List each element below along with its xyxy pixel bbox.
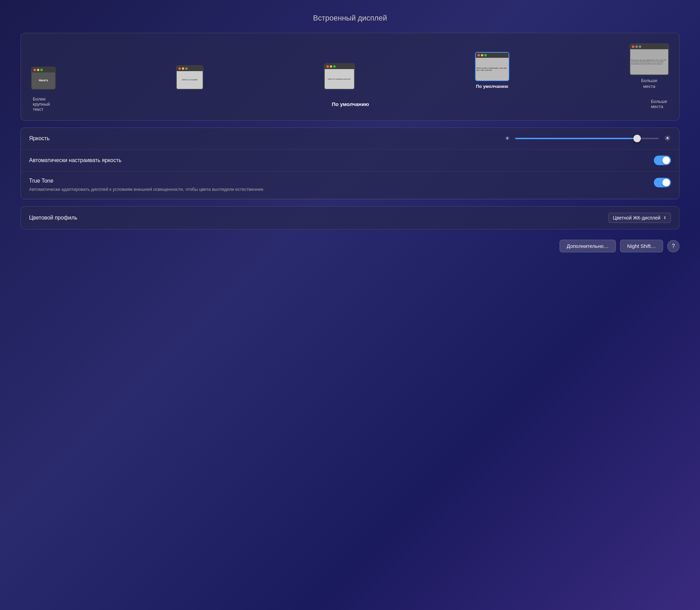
dot-yellow-2: [182, 67, 184, 70]
color-profile-panel: Цветовой профиль Цветной ЖК-дисплей ⬍: [21, 206, 679, 229]
dot-yellow-3: [330, 65, 332, 68]
brightness-row: Яркость ☀ ☀: [21, 128, 679, 149]
bottom-buttons: Дополнительно… Night Shift… ?: [21, 236, 679, 256]
resolution-thumb-5[interactable]: Here's to the crazy one troublesmakers. …: [630, 43, 669, 90]
settings-panel: Яркость ☀ ☀ Автоматически настраивать яр…: [21, 128, 679, 200]
scale-label-center: По умолчанию: [332, 101, 369, 107]
slider-thumb[interactable]: [633, 135, 641, 142]
true-tone-toggle[interactable]: [654, 178, 671, 187]
sun-large-icon: ☀: [664, 134, 671, 143]
dot-green-4: [484, 54, 487, 56]
dot-red-4: [477, 54, 480, 56]
true-tone-text: True Tone Автоматически адаптировать дис…: [29, 178, 265, 193]
dot-yellow-4: [481, 54, 483, 56]
true-tone-label: True Tone: [29, 178, 265, 184]
brightness-controls: ☀ ☀: [50, 134, 671, 143]
dot-yellow: [37, 69, 39, 71]
true-tone-row: True Tone Автоматически адаптировать дис…: [21, 172, 679, 199]
color-profile-label: Цветовой профиль: [29, 215, 77, 221]
resolution-thumbnails-row: Here's Here's to troubler: [31, 43, 669, 90]
thumb-2-content: Here's to troubler: [177, 71, 203, 89]
scale-label-left: Болеекрупныйтекст: [33, 96, 50, 112]
scale-label-right: Большеместа: [651, 99, 667, 109]
dot-gray-5a: [635, 45, 638, 48]
resolution-thumb-1[interactable]: Here's: [31, 67, 56, 90]
dot-red-2: [178, 67, 181, 70]
true-tone-description: Автоматически адаптировать дисплей к усл…: [29, 186, 265, 193]
color-profile-value: Цветной ЖК-дисплей: [613, 215, 660, 221]
chevron-updown-icon: ⬍: [663, 215, 667, 220]
thumb-4-content: Here's to the cr troublemakes, ones who …: [476, 58, 509, 80]
scale-labels: Болеекрупныйтекст По умолчанию Большемес…: [31, 96, 669, 112]
dot-green: [40, 69, 43, 71]
dot-red: [33, 69, 36, 71]
dot-green-3: [333, 65, 336, 68]
dot-gray-2: [185, 67, 188, 70]
dot-red-5: [632, 45, 634, 48]
resolution-panel: Here's Here's to troubler: [21, 33, 679, 121]
thumb-5-content: Here's to the crazy one troublesmakers. …: [630, 49, 668, 75]
resolution-thumb-3[interactable]: Here's to t troulema ones who: [324, 63, 355, 90]
advanced-button[interactable]: Дополнительно…: [560, 240, 616, 252]
thumb-3-content: Here's to t troulema ones who: [325, 69, 354, 89]
page-title: Встроенный дисплей: [21, 14, 679, 23]
auto-brightness-label: Автоматически настраивать яркость: [29, 157, 121, 163]
brightness-label: Яркость: [29, 135, 50, 142]
color-profile-select[interactable]: Цветной ЖК-дисплей ⬍: [608, 213, 671, 223]
dot-gray-5b: [639, 45, 641, 48]
thumb-1-content: Here's: [32, 72, 55, 89]
auto-brightness-row: Автоматически настраивать яркость: [21, 149, 679, 172]
help-button[interactable]: ?: [667, 240, 679, 252]
color-profile-row: Цветовой профиль Цветной ЖК-дисплей ⬍: [21, 207, 679, 229]
auto-brightness-toggle[interactable]: [654, 156, 671, 165]
resolution-thumb-4[interactable]: Here's to the cr troublemakes, ones who …: [475, 52, 509, 90]
dot-red-3: [326, 65, 329, 68]
night-shift-button[interactable]: Night Shift…: [620, 240, 663, 252]
sun-small-icon: ☀: [505, 135, 510, 142]
brightness-slider[interactable]: [515, 138, 659, 139]
thumb-4-label: По умолчанию: [476, 84, 508, 90]
thumb-5-label: Большеместа: [641, 78, 658, 90]
resolution-thumb-2[interactable]: Here's to troubler: [176, 65, 203, 90]
slider-fill: [515, 138, 637, 139]
